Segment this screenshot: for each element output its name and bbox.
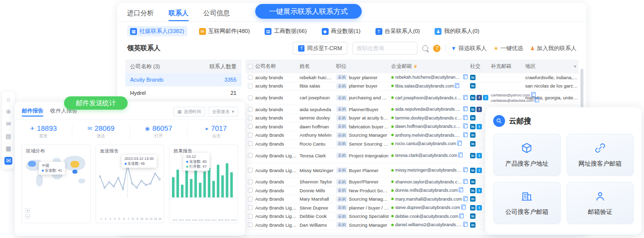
linkedin-icon[interactable]: in <box>470 75 475 80</box>
linkedin-icon[interactable]: in <box>470 168 475 173</box>
cloud-card[interactable]: 公司搜客户邮箱 <box>493 182 561 224</box>
facebook-icon[interactable]: f <box>476 107 482 112</box>
copy-icon[interactable] <box>464 180 468 184</box>
checkbox[interactable] <box>248 188 253 193</box>
linkedin-icon[interactable]: in <box>470 107 475 112</box>
email-tab[interactable]: 邮件报告 <box>22 107 43 117</box>
email-control[interactable]: 全部签名▾ <box>208 107 238 117</box>
zoom-out-button[interactable]: − <box>25 214 30 219</box>
cloud-card[interactable]: 网址搜客户邮箱 <box>567 134 634 176</box>
twitter-icon[interactable]: t <box>483 95 488 100</box>
filter-chip[interactable]: ✉互联网邮件(480) <box>196 26 253 36</box>
linkedin-icon[interactable]: in <box>470 188 475 193</box>
copy-icon[interactable] <box>459 153 463 157</box>
toolbar-action[interactable]: ▼筛选联系人 <box>451 45 486 52</box>
cloud-card[interactable]: 产品搜客户地址 <box>493 134 561 176</box>
copy-icon[interactable] <box>532 93 536 97</box>
twitter-icon[interactable]: t <box>476 124 482 129</box>
linkedin-icon[interactable]: in <box>470 196 475 202</box>
help-icon[interactable]: ? <box>433 45 441 52</box>
company-name-link[interactable]: Acuity Brands <box>130 77 164 83</box>
checkbox[interactable] <box>248 116 253 120</box>
twitter-icon[interactable]: t <box>476 205 482 210</box>
checkbox[interactable] <box>248 222 253 227</box>
copy-icon[interactable] <box>464 133 468 137</box>
copy-icon[interactable] <box>464 197 468 201</box>
checkbox[interactable] <box>248 153 253 158</box>
company-summary-row[interactable]: Acuity Brands3355 <box>125 73 241 87</box>
checkbox[interactable] <box>248 214 253 219</box>
zoom-in-button[interactable]: + <box>25 208 30 213</box>
copy-icon[interactable] <box>536 98 539 102</box>
company-name-link[interactable]: Hydrel <box>130 90 146 96</box>
table-row[interactable]: acuity brandslibia salas采购planner buyerl… <box>245 82 578 91</box>
mail-icon[interactable]: ✉ <box>4 120 12 128</box>
linkedin-icon[interactable]: in <box>470 83 475 89</box>
copy-icon[interactable] <box>456 84 459 88</box>
copy-icon[interactable] <box>464 107 468 111</box>
checkbox[interactable] <box>248 168 253 173</box>
row-checkbox-cell <box>245 179 255 184</box>
copy-icon[interactable] <box>464 116 468 120</box>
compass-icon[interactable]: ⊕ <box>4 108 12 116</box>
linkedin-icon[interactable]: in <box>470 153 475 158</box>
cloud-card[interactable]: 邮箱验证 <box>567 182 634 224</box>
main-tab[interactable]: 联系人 <box>169 9 189 21</box>
checkbox[interactable] <box>248 179 253 184</box>
inbox-icon[interactable]: ✉ <box>4 157 12 165</box>
twitter-icon[interactable]: t <box>476 153 482 158</box>
home-icon[interactable]: ⌂ <box>4 95 12 103</box>
filter-chip[interactable]: T自采联系人(0) <box>373 26 423 36</box>
copy-icon[interactable] <box>458 142 462 146</box>
filter-funnel-icon[interactable]: ▼ <box>573 64 577 69</box>
position-search-input[interactable] <box>352 42 417 55</box>
linkedin-icon[interactable]: in <box>470 115 475 120</box>
copy-icon[interactable] <box>464 96 468 100</box>
checkbox[interactable] <box>248 205 253 210</box>
filter-chip[interactable]: ♟我的联系人(0) <box>432 26 482 36</box>
twitter-icon[interactable]: t <box>476 188 482 193</box>
filter-chip[interactable]: ▦社媒联系人(3382) <box>127 26 187 36</box>
copy-icon[interactable] <box>460 188 463 192</box>
checkbox[interactable] <box>248 107 253 112</box>
doc-icon[interactable]: ▤ <box>4 132 12 140</box>
copy-icon[interactable] <box>464 168 468 172</box>
copy-icon[interactable] <box>464 75 468 79</box>
search-icon[interactable] <box>422 45 428 51</box>
sync-tcrm-button[interactable]: T 同步至T-CRM <box>293 42 347 55</box>
linkedin-icon[interactable]: in <box>470 95 475 100</box>
linkedin-icon[interactable]: in <box>470 213 475 219</box>
main-tab[interactable]: 进口分析 <box>127 9 154 21</box>
toolbar-action[interactable]: ♟加入我的联系人 <box>530 45 576 52</box>
checkbox[interactable] <box>248 75 253 80</box>
checkbox[interactable] <box>248 84 253 89</box>
linkedin-icon[interactable]: in <box>470 141 475 147</box>
linkedin-icon[interactable]: in <box>470 179 475 184</box>
scrollbar-thumb[interactable] <box>580 69 583 111</box>
copy-icon[interactable] <box>464 124 468 128</box>
toolbar-action[interactable]: ★一键优选 <box>494 45 523 52</box>
linkedin-icon[interactable]: in <box>470 205 475 210</box>
grid-icon[interactable]: ▦ <box>4 145 12 152</box>
checkbox[interactable] <box>248 64 253 69</box>
linkedin-icon[interactable]: in <box>470 132 475 138</box>
checkbox[interactable] <box>248 95 253 100</box>
checkbox[interactable] <box>248 141 253 146</box>
filter-chip[interactable]: ▤工商数据(66) <box>262 26 309 36</box>
table-row[interactable]: acuity brandscarl josephson采购purchasing … <box>245 90 578 105</box>
table-row[interactable]: acuity brandsrebekah hutchens采购buyer pla… <box>245 73 578 82</box>
email-control[interactable]: ▦选择时间 <box>173 107 205 117</box>
copy-icon[interactable] <box>460 214 464 218</box>
checkbox[interactable] <box>248 197 253 202</box>
facebook-icon[interactable]: f <box>476 95 482 100</box>
twitter-icon[interactable]: t <box>476 168 482 173</box>
filter-chip[interactable]: ◆商业数据(1) <box>319 26 364 36</box>
copy-icon[interactable] <box>462 206 466 209</box>
checkbox[interactable] <box>248 124 253 129</box>
main-tab[interactable]: 公司信息 <box>203 9 230 21</box>
linkedin-icon[interactable]: in <box>470 222 475 228</box>
company-summary-row[interactable]: Hydrel21 <box>125 87 241 100</box>
linkedin-icon[interactable]: in <box>470 124 475 129</box>
checkbox[interactable] <box>248 133 253 138</box>
copy-icon[interactable] <box>464 223 468 227</box>
